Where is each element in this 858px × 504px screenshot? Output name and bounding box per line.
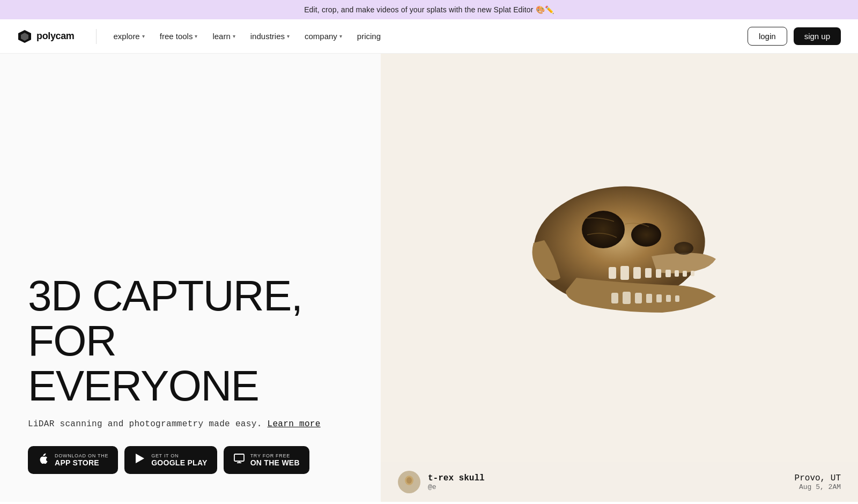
model-name: t-rex skull — [428, 473, 485, 483]
svg-rect-13 — [656, 269, 661, 278]
nav-actions: login sign up — [748, 27, 841, 46]
monitor-icon — [233, 453, 245, 468]
nav-industries[interactable]: industries ▾ — [244, 27, 296, 45]
nav-learn[interactable]: learn ▾ — [206, 27, 241, 45]
avatar — [398, 471, 420, 493]
signup-button[interactable]: sign up — [794, 27, 841, 45]
svg-point-7 — [631, 223, 661, 247]
model-meta: t-rex skull @e — [398, 471, 485, 493]
svg-rect-21 — [646, 294, 652, 303]
svg-point-26 — [406, 477, 412, 484]
avatar-image — [401, 474, 417, 490]
announcement-banner: Edit, crop, and make videos of your spla… — [0, 0, 858, 19]
svg-rect-20 — [635, 293, 642, 303]
svg-rect-16 — [683, 271, 687, 277]
polycam-logo-icon — [17, 29, 32, 44]
svg-rect-24 — [675, 295, 679, 302]
app-store-button[interactable]: DOWNLOAD ON THE APP STORE — [28, 446, 118, 474]
banner-text: Edit, crop, and make videos of your spla… — [304, 5, 554, 14]
svg-rect-22 — [656, 294, 662, 302]
navbar: polycam explore ▾ free tools ▾ learn ▾ i… — [0, 19, 858, 54]
hero-section: 3D CAPTURE, FOR EVERYONE LiDAR scanning … — [0, 54, 858, 502]
model-location-date: Aug 5, 2AM — [795, 483, 841, 491]
cta-buttons: DOWNLOAD ON THE APP STORE GET IT ON GOOG… — [28, 446, 353, 474]
nav-company[interactable]: company ▾ — [298, 27, 349, 45]
learn-more-link[interactable]: Learn more — [267, 419, 320, 429]
nav-explore[interactable]: explore ▾ — [107, 27, 151, 45]
chevron-down-icon: ▾ — [339, 33, 342, 39]
svg-point-6 — [582, 211, 625, 248]
google-play-icon — [134, 453, 146, 468]
model-username: @e — [428, 483, 485, 491]
hero-title: 3D CAPTURE, FOR EVERYONE — [28, 273, 353, 409]
chevron-down-icon: ▾ — [195, 33, 197, 39]
hero-right: t-rex skull @e Provo, UT Aug 5, 2AM — [381, 54, 858, 502]
svg-rect-10 — [620, 266, 629, 280]
svg-rect-2 — [234, 454, 244, 461]
hero-left: 3D CAPTURE, FOR EVERYONE LiDAR scanning … — [0, 54, 381, 502]
trex-skull-image — [501, 160, 737, 353]
model-location-city: Provo, UT — [795, 473, 841, 483]
google-play-button[interactable]: GET IT ON GOOGLE PLAY — [124, 446, 217, 474]
nav-links: explore ▾ free tools ▾ learn ▾ industrie… — [107, 27, 748, 45]
chevron-down-icon: ▾ — [233, 33, 235, 39]
login-button[interactable]: login — [748, 27, 787, 46]
model-display — [381, 54, 858, 459]
hero-subtitle: LiDAR scanning and photogrammetry made e… — [28, 419, 353, 429]
svg-rect-19 — [623, 292, 631, 304]
svg-rect-15 — [675, 270, 679, 277]
nav-free-tools[interactable]: free tools ▾ — [153, 27, 204, 45]
logo-area[interactable]: polycam — [17, 29, 75, 44]
svg-rect-9 — [609, 267, 616, 279]
nav-divider — [96, 29, 97, 44]
web-button[interactable]: TRY FOR FREE ON THE WEB — [224, 446, 309, 474]
svg-rect-12 — [645, 268, 652, 278]
model-location: Provo, UT Aug 5, 2AM — [795, 473, 841, 491]
chevron-down-icon: ▾ — [287, 33, 290, 39]
model-info-bar: t-rex skull @e Provo, UT Aug 5, 2AM — [381, 462, 858, 502]
chevron-down-icon: ▾ — [142, 33, 145, 39]
svg-rect-17 — [691, 271, 694, 276]
apple-icon — [38, 453, 49, 468]
svg-rect-23 — [666, 295, 671, 302]
nav-pricing[interactable]: pricing — [351, 27, 387, 45]
svg-point-8 — [674, 242, 693, 255]
svg-rect-11 — [633, 267, 641, 279]
logo-text: polycam — [36, 31, 75, 42]
svg-rect-18 — [611, 293, 618, 303]
svg-rect-14 — [665, 270, 671, 277]
